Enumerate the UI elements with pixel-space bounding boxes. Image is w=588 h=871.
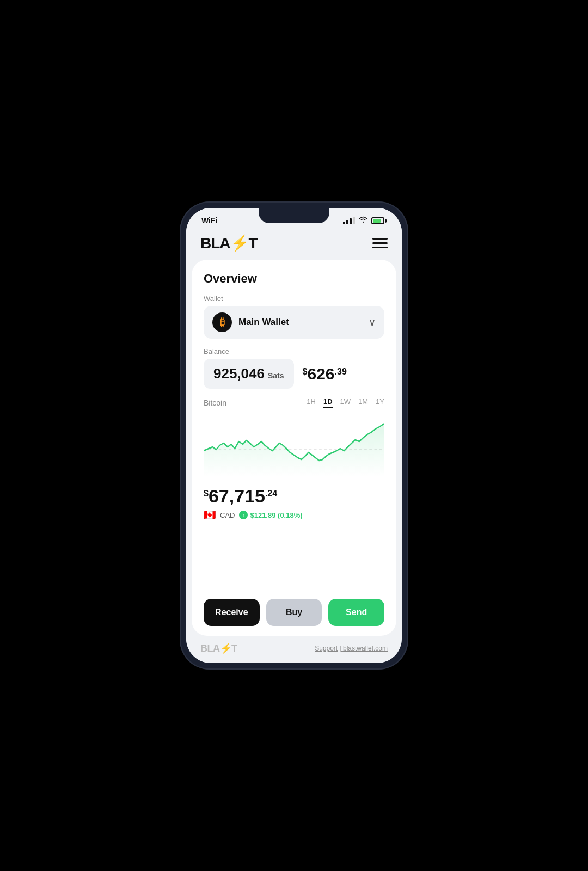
wallet-section: Wallet ₿ Main Wallet ∨ bbox=[204, 295, 384, 339]
currency-code: CAD bbox=[220, 511, 235, 519]
support-link[interactable]: Support bbox=[315, 645, 338, 652]
app-footer: BLA⚡T Support | blastwallet.com bbox=[186, 636, 402, 663]
page-title: Overview bbox=[204, 272, 384, 286]
price-amount: 67,715 bbox=[209, 486, 265, 507]
logo-text-before: BLA bbox=[200, 235, 230, 252]
logo-text-after: T bbox=[249, 235, 258, 252]
balance-usd-cents: .39 bbox=[335, 367, 347, 377]
hamburger-menu[interactable] bbox=[372, 238, 388, 248]
phone-shell: WiFi bbox=[180, 201, 408, 670]
tab-1h[interactable]: 1H bbox=[307, 397, 316, 408]
price-cents: .24 bbox=[265, 489, 277, 499]
wallet-divider bbox=[364, 314, 364, 330]
price-chart bbox=[204, 412, 384, 477]
price-up-icon: ↑ bbox=[239, 511, 248, 519]
flag-icon: 🇨🇦 bbox=[204, 509, 216, 521]
signal-icon bbox=[343, 217, 355, 224]
price-dollar: $ bbox=[204, 489, 209, 499]
btc-icon: ₿ bbox=[212, 312, 232, 332]
tab-1d[interactable]: 1D bbox=[323, 397, 333, 408]
phone-screen: WiFi bbox=[186, 208, 402, 663]
website-link[interactable]: blastwallet.com bbox=[343, 645, 388, 652]
chart-section: Bitcoin 1H 1D 1W 1M 1Y bbox=[204, 397, 384, 477]
time-tabs: 1H 1D 1W 1M 1Y bbox=[307, 397, 384, 408]
wallet-selector[interactable]: ₿ Main Wallet ∨ bbox=[204, 306, 384, 339]
tab-1m[interactable]: 1M bbox=[358, 397, 368, 408]
action-buttons: Receive Buy Send bbox=[204, 599, 384, 626]
price-info: $ 67,715 .24 🇨🇦 CAD ↑ $121.89 (0.18%) bbox=[204, 486, 384, 521]
price-change-value: $121.89 (0.18%) bbox=[250, 511, 302, 519]
price-change: ↑ $121.89 (0.18%) bbox=[239, 511, 302, 519]
wifi-icon bbox=[358, 216, 368, 225]
receive-button[interactable]: Receive bbox=[204, 599, 260, 626]
balance-sats-amount: 925,046 bbox=[213, 365, 265, 382]
tab-1w[interactable]: 1W bbox=[340, 397, 351, 408]
balance-label: Balance bbox=[204, 347, 384, 355]
buy-button[interactable]: Buy bbox=[266, 599, 322, 626]
wallet-name: Main Wallet bbox=[238, 317, 289, 328]
footer-links: Support | blastwallet.com bbox=[315, 645, 388, 652]
app-logo: BLA ⚡ T bbox=[200, 234, 258, 252]
notch bbox=[259, 208, 329, 223]
chevron-down-icon: ∨ bbox=[369, 316, 376, 328]
main-card: Overview Wallet ₿ Main Wallet ∨ Bala bbox=[192, 260, 396, 636]
wifi-label: WiFi bbox=[201, 216, 217, 225]
footer-bolt-icon: ⚡ bbox=[220, 643, 232, 654]
send-button[interactable]: Send bbox=[328, 599, 384, 626]
balance-usd-amount: 626 bbox=[307, 365, 334, 383]
balance-section: Balance 925,046 Sats $ 626 .39 bbox=[204, 347, 384, 389]
balance-sats-unit: Sats bbox=[268, 371, 284, 380]
battery-icon bbox=[371, 217, 387, 224]
footer-logo: BLA⚡T bbox=[200, 642, 237, 654]
logo-bolt-icon: ⚡ bbox=[230, 234, 249, 252]
status-bar-right bbox=[343, 216, 387, 225]
balance-sats-box: 925,046 Sats bbox=[204, 359, 294, 389]
wallet-label: Wallet bbox=[204, 295, 384, 303]
svg-marker-1 bbox=[204, 424, 384, 477]
balance-usd-dollar: $ bbox=[303, 367, 308, 377]
chart-label: Bitcoin bbox=[204, 398, 226, 407]
tab-1y[interactable]: 1Y bbox=[376, 397, 384, 408]
app-header: BLA ⚡ T bbox=[186, 229, 402, 260]
balance-usd: $ 626 .39 bbox=[303, 365, 347, 383]
